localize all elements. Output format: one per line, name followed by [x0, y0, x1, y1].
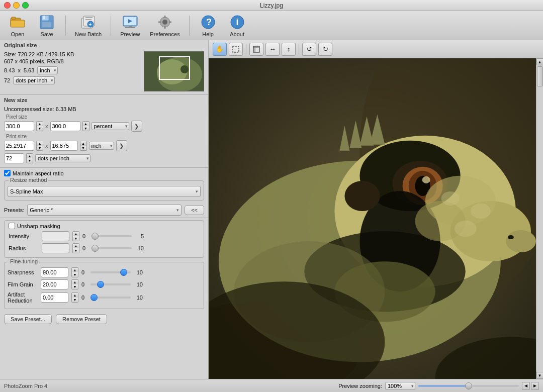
artifact-down[interactable]: ▼: [72, 298, 78, 302]
print-unit-select[interactable]: inch cm: [89, 142, 114, 150]
film-grain-slider[interactable]: [90, 283, 131, 285]
scroll-down-button[interactable]: ▼: [536, 372, 544, 379]
maximize-button[interactable]: [22, 2, 29, 9]
pan-v-button[interactable]: ↕: [282, 43, 296, 56]
aspect-ratio-checkbox[interactable]: [4, 170, 11, 176]
sharpness-spinner[interactable]: ▲ ▼: [71, 267, 78, 277]
new-batch-button[interactable]: + New Batch: [72, 12, 105, 39]
preview-image-area[interactable]: [209, 58, 536, 379]
scroll-up-button[interactable]: ▲: [536, 58, 544, 65]
presets-select[interactable]: Generic * Photo Illustration: [27, 205, 182, 216]
scroll-thumb[interactable]: [537, 66, 543, 86]
intensity-up[interactable]: ▲: [73, 232, 79, 236]
pixel-width-input[interactable]: 300.0: [4, 121, 34, 131]
pixel-height-down[interactable]: ▼: [83, 126, 89, 131]
print-dpi-unit-wrapper[interactable]: dots per inch dots per cm: [35, 154, 90, 162]
print-dpi-unit-select[interactable]: dots per inch dots per cm: [35, 154, 90, 162]
print-unit-wrapper[interactable]: inch cm: [89, 142, 114, 150]
unsharp-checkbox[interactable]: [9, 223, 15, 229]
unit-select[interactable]: inch cm mm: [37, 66, 58, 74]
dpi-unit-select[interactable]: dots per inch dots per cm: [13, 76, 55, 84]
zoom-select-wrapper[interactable]: 100% 50% 200% Fit: [385, 382, 415, 390]
selection-tool-button[interactable]: [229, 43, 243, 56]
print-dpi-up[interactable]: ▲: [27, 154, 33, 158]
radius-up[interactable]: ▲: [73, 244, 79, 248]
pixel-unit-wrapper[interactable]: percent pixels: [92, 122, 129, 130]
artifact-input[interactable]: 0.00: [41, 292, 68, 303]
intensity-slider[interactable]: [92, 235, 132, 237]
pixel-width-up[interactable]: ▲: [37, 122, 43, 126]
artifact-slider[interactable]: [90, 297, 131, 299]
resize-method-wrapper[interactable]: S-Spline Max S-Spline XL Bicubic: [8, 186, 201, 197]
radius-down[interactable]: ▼: [73, 248, 79, 253]
pixel-unit-select[interactable]: percent pixels: [92, 122, 129, 130]
preferences-button[interactable]: Preferences: [147, 12, 183, 39]
radius-slider[interactable]: [92, 247, 132, 249]
scroll-track[interactable]: [536, 65, 544, 372]
resize-method-select[interactable]: S-Spline Max S-Spline XL Bicubic: [8, 186, 201, 197]
radius-spinner[interactable]: ▲ ▼: [72, 243, 79, 253]
pixel-size-label: Pixel size: [6, 114, 204, 120]
intensity-down[interactable]: ▼: [73, 236, 79, 241]
print-dpi-spinner[interactable]: ▲ ▼: [26, 153, 33, 163]
crop-tool-button[interactable]: [249, 43, 263, 56]
print-dpi-down[interactable]: ▼: [27, 158, 33, 163]
film-grain-down[interactable]: ▼: [72, 284, 78, 289]
close-button[interactable]: [4, 2, 11, 9]
presets-wrapper[interactable]: Generic * Photo Illustration: [27, 205, 182, 216]
preview-button[interactable]: Preview: [117, 12, 143, 39]
pixel-width-down[interactable]: ▼: [37, 126, 43, 131]
print-width-input[interactable]: 25.2917: [4, 141, 34, 151]
pan-h-button[interactable]: ↔: [265, 43, 280, 56]
sharpness-down[interactable]: ▼: [72, 272, 78, 277]
toolbar-separator-1: [65, 16, 66, 36]
save-button[interactable]: Save: [34, 12, 59, 39]
sharpness-slider[interactable]: [90, 271, 131, 273]
rotate-right-button[interactable]: ↻: [318, 43, 332, 56]
help-button[interactable]: ? Help: [196, 12, 221, 39]
pixel-width-spinner[interactable]: ▲ ▼: [36, 121, 43, 131]
zoom-select[interactable]: 100% 50% 200% Fit: [385, 382, 415, 390]
zoom-slider[interactable]: [418, 385, 519, 387]
pixel-height-input[interactable]: 300.0: [50, 121, 80, 131]
radius-zero: 0: [82, 245, 88, 251]
intensity-spinner[interactable]: ▲ ▼: [72, 231, 79, 241]
dpi-unit-wrapper[interactable]: dots per inch dots per cm: [13, 76, 55, 84]
pixel-height-up[interactable]: ▲: [83, 122, 89, 126]
hand-tool-button[interactable]: ✋: [213, 43, 227, 56]
film-grain-input[interactable]: 20.00: [41, 279, 68, 289]
zoom-prev-button[interactable]: ◀: [522, 382, 530, 390]
artifact-up[interactable]: ▲: [72, 293, 78, 298]
film-grain-up[interactable]: ▲: [72, 280, 78, 284]
zoom-next-button[interactable]: ▶: [531, 382, 539, 390]
film-grain-spinner[interactable]: ▲ ▼: [71, 279, 78, 289]
radius-input[interactable]: [42, 243, 69, 253]
vertical-scrollbar[interactable]: ▲ ▼: [536, 58, 543, 379]
rotate-left-button[interactable]: ↺: [302, 43, 316, 56]
unit-select-wrapper[interactable]: inch cm mm: [37, 66, 58, 74]
about-button[interactable]: i About: [225, 12, 250, 39]
save-preset-button[interactable]: Save Preset...: [4, 314, 52, 324]
print-height-input[interactable]: 16.875: [50, 141, 78, 151]
presets-back-button[interactable]: <<: [185, 205, 204, 215]
pixel-link-btn[interactable]: ❯: [131, 121, 142, 132]
main-container: Original size Size: 720.22 KB / 429.15 K…: [0, 40, 543, 379]
pixel-height-spinner[interactable]: ▲ ▼: [82, 121, 89, 131]
sharpness-up[interactable]: ▲: [72, 268, 78, 272]
minimize-button[interactable]: [13, 2, 20, 9]
open-button[interactable]: Open: [5, 12, 30, 39]
print-height-down[interactable]: ▼: [80, 146, 86, 150]
print-width-down[interactable]: ▼: [37, 146, 43, 150]
zoom-label: Preview zooming:: [338, 383, 382, 389]
print-height-spinner[interactable]: ▲ ▼: [80, 141, 87, 151]
print-dpi-input[interactable]: 72: [4, 153, 24, 163]
print-width-up[interactable]: ▲: [37, 141, 43, 146]
print-height-up[interactable]: ▲: [80, 141, 86, 146]
sharpness-input[interactable]: 90.00: [41, 267, 68, 277]
print-link-btn[interactable]: ❯: [116, 140, 127, 151]
window-controls[interactable]: [4, 2, 29, 9]
artifact-spinner[interactable]: ▲ ▼: [71, 292, 78, 303]
intensity-input[interactable]: [42, 231, 69, 241]
print-width-spinner[interactable]: ▲ ▼: [36, 141, 43, 151]
remove-preset-button[interactable]: Remove Preset: [56, 314, 107, 324]
